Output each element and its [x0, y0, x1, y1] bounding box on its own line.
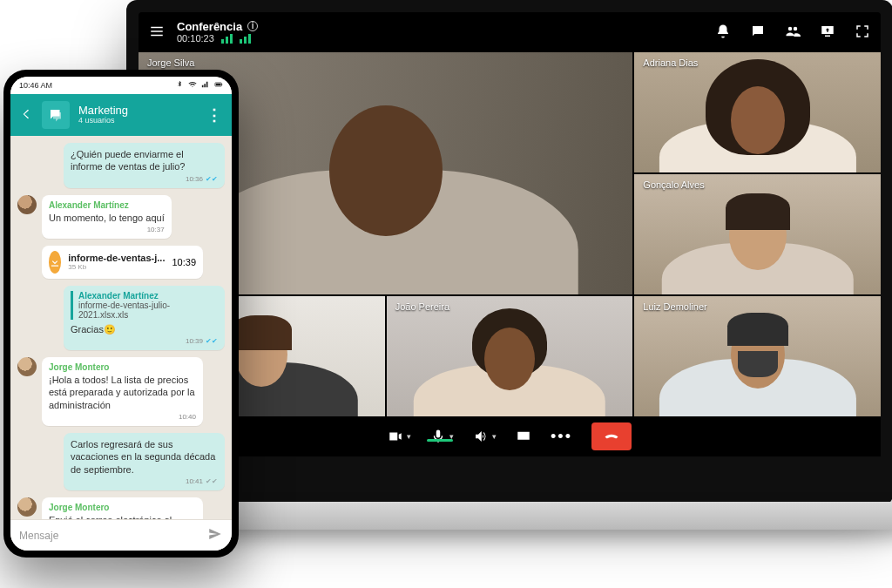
chat-icon[interactable] [750, 24, 766, 42]
message-time: 10:41 [186, 477, 203, 485]
message-sender: Alexander Martínez [49, 200, 165, 210]
phone-screen: 10:46 AM [10, 77, 232, 551]
chat-subtitle: 4 usuarios [78, 117, 128, 125]
message-time: 10:36 [186, 175, 203, 183]
battery-icon [214, 80, 223, 91]
info-icon[interactable]: i [247, 21, 258, 31]
speaker-button[interactable]: ▾ [473, 429, 497, 444]
message-input-placeholder[interactable]: Mensaje [19, 530, 58, 542]
share-button[interactable] [516, 429, 531, 444]
svg-rect-2 [221, 84, 222, 85]
menu-icon[interactable] [149, 24, 165, 42]
participant-name: Jorge Silva [144, 56, 198, 70]
laptop-frame: Conferência i 00:10:23 [126, 0, 892, 505]
chat-body[interactable]: ¿Quién puede enviarme el informe de vent… [10, 136, 232, 519]
fullscreen-icon[interactable] [855, 24, 870, 42]
avatar [17, 357, 37, 376]
message-file[interactable]: informe-de-ventas-j... 35 Kb 10:39 [17, 246, 225, 279]
signal-icon [240, 34, 251, 44]
message-out: Carlos regresará de sus vacaciones en la… [17, 433, 225, 490]
message-in: Alexander Martínez Un momento, lo tengo … [17, 195, 225, 239]
message-text: ¡Hola a todos! La lista de precios está … [49, 374, 196, 411]
wifi-icon [188, 80, 197, 91]
message-time: 10:39 [172, 257, 196, 267]
camera-button[interactable]: ▾ [388, 429, 411, 444]
share-screen-icon[interactable] [820, 24, 835, 42]
video-tile[interactable]: Luiz Demoliner [634, 296, 881, 416]
file-name: informe-de-ventas-j... [68, 253, 165, 263]
back-icon[interactable] [19, 107, 33, 123]
mic-button[interactable]: ▾ [430, 429, 454, 444]
message-sender: Jorge Montero [49, 362, 196, 372]
message-in: Jorge Montero ¡Hola a todos! La lista de… [17, 357, 225, 426]
conference-timer: 00:10:23 [177, 33, 214, 44]
phone-frame: 10:46 AM [3, 70, 239, 558]
chat-title: Marketing [78, 105, 128, 117]
video-grid: Jorge Silva Adriana Dias Gonçalo Alves [139, 52, 881, 416]
more-button[interactable]: ••• [551, 428, 572, 446]
participants-icon[interactable] [785, 24, 801, 42]
chat-input[interactable]: Mensaje [10, 519, 232, 551]
message-quote: Alexander Martínez informe-de-ventas-jul… [71, 291, 218, 320]
hangup-button[interactable] [591, 422, 632, 450]
participant-name: Adriana Dias [639, 56, 701, 70]
more-icon[interactable]: ⋮ [206, 105, 223, 125]
participant-name: Luiz Demoliner [639, 300, 710, 314]
video-tile[interactable]: Gonçalo Alves [634, 174, 881, 294]
participant-name: Gonçalo Alves [639, 178, 707, 192]
mic-level-indicator [427, 439, 453, 442]
read-receipt-icon: ✔✔ [206, 337, 218, 345]
video-tile[interactable]: Adriana Dias [634, 52, 881, 172]
conference-window: Conferência i 00:10:23 [139, 12, 881, 456]
quote-text: informe-de-ventas-julio-2021.xlsx.xls [78, 301, 218, 320]
message-out: ¿Quién puede enviarme el informe de vent… [17, 143, 225, 188]
message-text: Envié el correo electrónico al Project M… [49, 514, 196, 519]
message-in: Jorge Montero Envié el correo electrónic… [17, 497, 225, 519]
bell-icon[interactable] [715, 24, 731, 42]
chat-group-avatar[interactable] [42, 101, 70, 129]
conference-header: Conferência i 00:10:23 [139, 12, 881, 52]
bluetooth-icon [175, 80, 184, 91]
read-receipt-icon: ✔✔ [206, 477, 218, 485]
quote-sender: Alexander Martínez [78, 291, 218, 301]
file-size: 35 Kb [68, 263, 86, 271]
signal-icon [221, 34, 233, 44]
status-time: 10:46 AM [19, 81, 52, 90]
chat-header: Marketing 4 usuarios ⋮ [10, 94, 232, 136]
message-text: Un momento, lo tengo aquí [49, 212, 165, 224]
conference-title: Conferência [177, 20, 242, 34]
read-receipt-icon: ✔✔ [206, 175, 218, 183]
video-tile[interactable]: João Pereira [387, 296, 633, 416]
message-out: Alexander Martínez informe-de-ventas-jul… [17, 286, 225, 350]
message-time: 10:39 [186, 337, 203, 345]
message-time: 10:37 [147, 226, 165, 233]
download-icon[interactable] [49, 251, 61, 274]
avatar [17, 497, 37, 517]
conference-controls: ▾ ▾ ▾ ••• [139, 416, 881, 456]
message-sender: Jorge Montero [49, 503, 196, 512]
participant-name: João Pereira [392, 300, 453, 314]
status-bar: 10:46 AM [10, 77, 232, 94]
svg-rect-1 [216, 84, 221, 86]
message-text: ¿Quién puede enviarme el informe de vent… [71, 148, 218, 173]
message-text: Gracias🙂 [71, 323, 218, 335]
message-text: Carlos regresará de sus vacaciones en la… [71, 438, 218, 476]
message-time: 10:40 [179, 413, 196, 421]
avatar [17, 195, 37, 214]
cell-signal-icon [201, 80, 210, 91]
laptop-base [209, 502, 892, 530]
send-icon[interactable] [207, 526, 223, 544]
